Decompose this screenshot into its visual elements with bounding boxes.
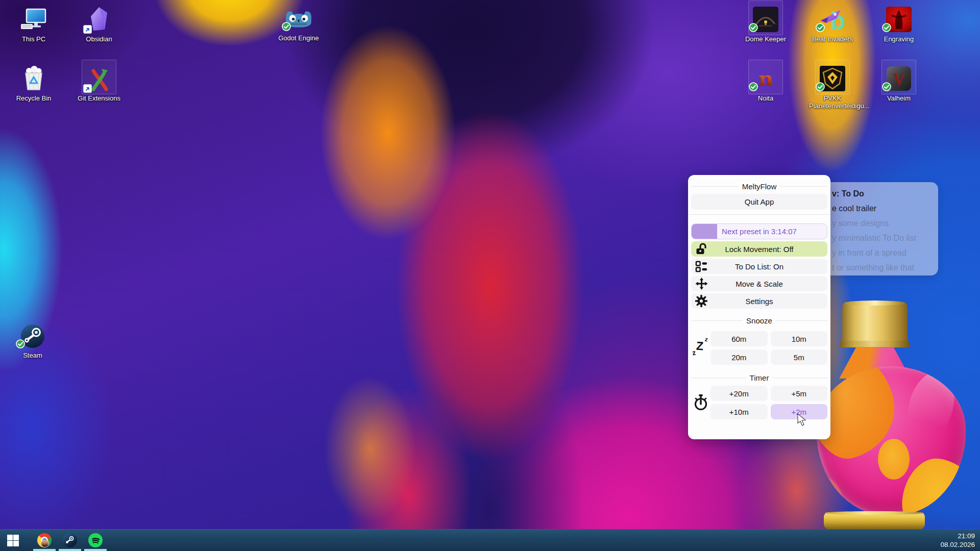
windows-logo-icon — [13, 535, 19, 540]
icon-label: Dome Keeper — [742, 35, 789, 43]
todo-line: v: To Do — [832, 186, 933, 201]
engraving-icon — [875, 4, 922, 33]
svg-text:V: V — [893, 69, 905, 88]
clock-time: 21:09 — [940, 532, 975, 541]
sync-check-badge — [882, 23, 891, 34]
snooze-section-header: Snooze — [691, 315, 827, 325]
todo-line: e cool trailer — [832, 201, 933, 216]
clock-date: 08.02.2026 — [940, 541, 975, 549]
shortcut-arrow-badge — [83, 25, 92, 34]
pvkk-icon — [809, 63, 856, 92]
menu-item-move-scale[interactable]: Move & Scale — [691, 276, 827, 291]
desktop-icon-pvkk[interactable]: PVKKPlanetenverteidigu... — [809, 63, 856, 110]
icon-label: Valheim — [875, 94, 922, 102]
this-pc-icon — [10, 4, 57, 33]
icon-label: Git Extensions — [76, 94, 122, 102]
desktop-icon-beat-invaders[interactable]: b Beat Invaders — [809, 4, 856, 43]
taskbar-chrome-button[interactable] — [37, 533, 52, 547]
desktop-icon-steam[interactable]: Steam — [9, 320, 56, 359]
lava-blob — [878, 439, 910, 480]
icon-label: This PC — [10, 35, 57, 43]
obsidian-icon — [76, 4, 122, 33]
timer-plus20m-button[interactable]: +20m — [710, 386, 768, 401]
lava-lamp-widget[interactable] — [816, 302, 969, 531]
timer-plus5m-button[interactable]: +5m — [771, 386, 828, 401]
lamp-glass-shine — [900, 366, 962, 446]
quit-app-button[interactable]: Quit App — [691, 194, 827, 210]
snooze-20m-button[interactable]: 20m — [710, 349, 768, 365]
todo-line: y some designs — [832, 216, 933, 231]
snooze-10m-button[interactable]: 10m — [771, 331, 828, 346]
valheim-icon: V — [875, 63, 922, 92]
desktop-icon-engraving[interactable]: Engraving — [875, 4, 922, 43]
running-indicator — [33, 549, 56, 551]
taskbar-steam-button[interactable] — [63, 533, 77, 547]
chrome-profile-avatar — [41, 539, 49, 547]
dome-keeper-icon — [742, 4, 789, 33]
icon-label: Beat Invaders — [809, 35, 856, 43]
sync-check-badge — [282, 22, 291, 33]
menu-item-lock-movement[interactable]: Lock Movement: Off — [691, 241, 827, 257]
preset-progress-label: Next preset in 3:14:07 — [722, 227, 797, 236]
godot-engine-icon — [275, 3, 322, 32]
icon-label: Noita — [742, 94, 789, 102]
beat-invaders-icon: b — [809, 4, 856, 33]
icon-label: PVKKPlanetenverteidigu... — [809, 94, 856, 110]
timer-plus10m-button[interactable]: +10m — [710, 404, 768, 419]
meltyflow-context-menu: MeltyFlow Quit App Next preset in 3:14:0… — [688, 175, 830, 439]
menu-item-settings[interactable]: Settings — [691, 293, 827, 309]
snooze-section: zZz 60m 10m 20m 5m — [691, 331, 827, 365]
menu-title: MeltyFlow — [691, 181, 827, 191]
sync-check-badge — [16, 339, 25, 350]
sync-check-badge — [816, 82, 825, 93]
preset-progress-fill — [692, 224, 717, 239]
shortcut-arrow-badge — [83, 84, 92, 93]
menu-item-label: Settings — [745, 297, 773, 306]
sync-check-badge — [749, 23, 758, 34]
lock-open-icon — [695, 243, 708, 256]
desktop-icon-recycle-bin[interactable]: Recycle Bin — [10, 63, 57, 102]
icon-label: Engraving — [875, 35, 922, 43]
lamp-cap-base — [840, 341, 910, 347]
move-icon — [695, 278, 708, 290]
desktop-icon-dome-keeper[interactable]: Dome Keeper — [742, 4, 789, 43]
start-button[interactable] — [7, 535, 19, 546]
desktop-icon-obsidian[interactable]: Obsidian — [76, 4, 122, 43]
menu-item-label: To Do List: On — [735, 262, 783, 271]
windows-logo-icon — [7, 541, 13, 546]
todo-list-icon — [695, 260, 708, 273]
spotify-icon — [88, 533, 103, 547]
lava-blob — [817, 477, 843, 515]
steam-desktop-icon — [9, 320, 56, 349]
icon-label: Godot Engine — [275, 34, 322, 42]
desktop-icon-noita[interactable]: n Noita — [742, 63, 789, 102]
mouse-cursor — [797, 413, 807, 429]
sync-check-badge — [816, 23, 825, 34]
timer-clock-icon — [691, 386, 710, 419]
sync-check-badge — [882, 82, 891, 93]
next-preset-progress[interactable]: Next preset in 3:14:07 — [691, 223, 827, 239]
desktop-icon-this-pc[interactable]: This PC — [10, 4, 57, 43]
taskbar-clock[interactable]: 21:09 08.02.2026 — [940, 532, 975, 549]
gear-icon — [695, 295, 707, 307]
running-indicator — [59, 549, 81, 551]
chrome-icon — [37, 533, 52, 547]
desktop-icon-git-extensions[interactable]: Git Extensions — [76, 63, 122, 102]
snooze-5m-button[interactable]: 5m — [771, 349, 828, 365]
desktop-icon-godot-engine[interactable]: Godot Engine — [275, 3, 322, 42]
snooze-60m-button[interactable]: 60m — [710, 331, 768, 346]
git-extensions-icon — [76, 63, 122, 92]
lamp-base — [824, 512, 925, 530]
snooze-zzz-icon: zZz — [691, 331, 710, 365]
recycle-bin-icon — [10, 63, 57, 92]
lamp-cap — [842, 302, 908, 345]
noita-icon: n — [742, 63, 789, 92]
taskbar: 21:09 08.02.2026 — [0, 529, 980, 551]
menu-item-todo-list[interactable]: To Do List: On — [691, 259, 827, 274]
icon-label: Obsidian — [76, 35, 122, 43]
taskbar-spotify-button[interactable] — [88, 533, 103, 547]
desktop-icon-valheim[interactable]: V Valheim — [875, 63, 922, 102]
menu-separator — [688, 214, 830, 215]
sync-check-badge — [749, 82, 758, 93]
windows-logo-icon — [13, 541, 19, 546]
